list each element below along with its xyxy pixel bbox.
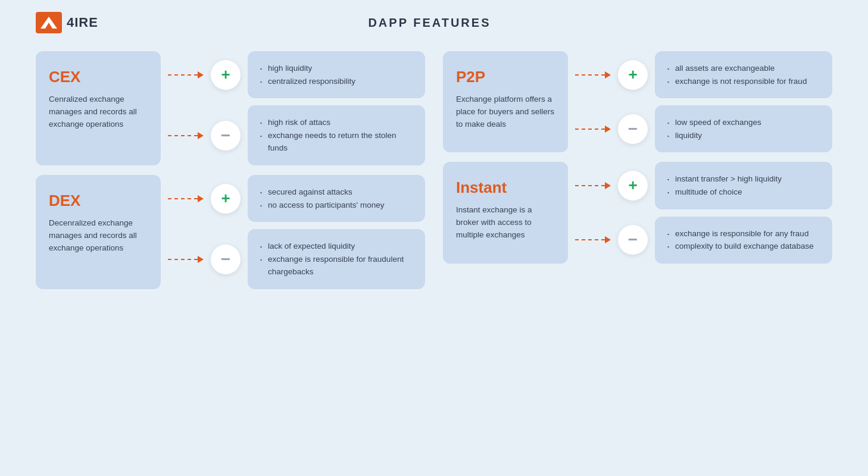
cex-cons-row: − high risk of attacs exchange needs to … (168, 105, 425, 165)
instant-features: + instant transfer > high liquidity mult… (575, 162, 832, 263)
cex-pros-list: high liquidity centralized responsibilit… (260, 62, 413, 87)
cex-pro-2: centralized responsibility (260, 75, 413, 88)
cex-features: + high liquidity centralized responsibil… (168, 51, 425, 165)
cex-pros-arrow (168, 71, 204, 79)
page-header: 4IRE DAPP FEATURES (36, 12, 832, 33)
cex-pros-badge: + (211, 60, 241, 90)
right-column: P2P Exchange platform offers a place for… (443, 51, 832, 289)
dex-cons-card: lack of expected liquidity exchange is r… (248, 229, 425, 289)
p2p-title: P2P (456, 68, 555, 86)
instant-title: Instant (456, 178, 555, 197)
dex-pros-badge: + (211, 184, 241, 214)
p2p-pros-row: + all assets are exchangeable exchange i… (575, 51, 832, 98)
instant-pros-card: instant transfer > high liquidity multit… (655, 162, 832, 209)
logo-icon (36, 12, 62, 33)
p2p-pros-arrow (575, 71, 611, 79)
p2p-info-card: P2P Exchange platform offers a place for… (443, 51, 568, 152)
left-column: CEX Cenralized exchange manages and reco… (36, 51, 425, 289)
p2p-cons-row: − low speed of exchanges liquidity (575, 105, 832, 152)
dex-pros-arrow (168, 195, 204, 202)
title-container: DAPP FEATURES (98, 16, 761, 30)
instant-pro-2: multitude of choice (667, 186, 820, 199)
p2p-pros-badge: + (618, 60, 648, 90)
page-title: DAPP FEATURES (368, 16, 491, 29)
p2p-pro-1: all assets are exchangeable (667, 62, 820, 75)
dex-pro-1: secured against attacks (260, 186, 413, 199)
instant-section: Instant Instant exchange is a broker wit… (443, 162, 832, 263)
cex-info-card: CEX Cenralized exchange manages and reco… (36, 51, 161, 165)
cex-cons-card: high risk of attacs exchange needs to re… (248, 105, 425, 165)
dex-cons-list: lack of expected liquidity exchange is r… (260, 240, 413, 278)
p2p-pros-list: all assets are exchangeable exchange is … (667, 62, 820, 87)
p2p-features: + all assets are exchangeable exchange i… (575, 51, 832, 152)
dex-cons-arrow (168, 256, 204, 263)
dex-info-card: DEX Decenralized exchange manages and re… (36, 175, 161, 289)
dex-title: DEX (49, 192, 148, 210)
instant-cons-arrow (575, 236, 611, 243)
cex-con-2: exchange needs to return the stolen fund… (260, 129, 413, 155)
p2p-pros-card: all assets are exchangeable exchange is … (655, 51, 832, 98)
dex-features: + secured against attacks no access to p… (168, 175, 425, 289)
instant-pros-list: instant transfer > high liquidity multit… (667, 173, 820, 198)
p2p-section: P2P Exchange platform offers a place for… (443, 51, 832, 152)
instant-cons-row: − exchange is responsible for any fraud … (575, 217, 832, 264)
instant-pro-1: instant transfer > high liquidity (667, 173, 820, 186)
instant-cons-card: exchange is responsible for any fraud co… (655, 217, 832, 264)
p2p-con-1: low speed of exchanges (667, 116, 820, 129)
instant-pros-row: + instant transfer > high liquidity mult… (575, 162, 832, 209)
dex-con-1: lack of expected liquidity (260, 240, 413, 253)
instant-pros-arrow (575, 182, 611, 189)
p2p-cons-arrow (575, 126, 611, 133)
p2p-description: Exchange platform offers a place for buy… (456, 93, 555, 131)
instant-con-1: exchange is responsible for any fraud (667, 227, 820, 240)
main-grid: CEX Cenralized exchange manages and reco… (36, 51, 832, 289)
instant-pros-badge: + (618, 171, 648, 201)
instant-cons-badge: − (618, 225, 648, 255)
cex-pros-row: + high liquidity centralized responsibil… (168, 51, 425, 98)
cex-cons-badge: − (211, 121, 241, 151)
dex-section: DEX Decenralized exchange manages and re… (36, 175, 425, 289)
instant-description: Instant exchange is a broker with access… (456, 204, 555, 242)
dex-con-2: exchange is responsible for fraudulent c… (260, 253, 413, 278)
p2p-con-2: liquidity (667, 129, 820, 142)
instant-con-2: complexity to build exchange database (667, 240, 820, 253)
cex-cons-arrow (168, 132, 204, 139)
cex-con-1: high risk of attacs (260, 116, 413, 129)
cex-cons-list: high risk of attacs exchange needs to re… (260, 116, 413, 155)
p2p-pro-2: exchange is not responsible for fraud (667, 75, 820, 88)
dex-pros-row: + secured against attacks no access to p… (168, 175, 425, 222)
cex-section: CEX Cenralized exchange manages and reco… (36, 51, 425, 165)
dex-pro-2: no access to participants' money (260, 199, 413, 212)
logo-text: 4IRE (67, 15, 98, 30)
instant-cons-list: exchange is responsible for any fraud co… (667, 227, 820, 253)
cex-title: CEX (49, 68, 148, 86)
dex-pros-list: secured against attacks no access to par… (260, 186, 413, 211)
cex-description: Cenralized exchange manages and records … (49, 93, 148, 131)
dex-pros-card: secured against attacks no access to par… (248, 175, 425, 222)
p2p-cons-card: low speed of exchanges liquidity (655, 105, 832, 152)
p2p-cons-badge: − (618, 114, 648, 144)
cex-pro-1: high liquidity (260, 62, 413, 75)
dex-description: Decenralized exchange manages and record… (49, 217, 148, 255)
dex-cons-badge: − (211, 245, 241, 274)
dex-cons-row: − lack of expected liquidity exchange is… (168, 229, 425, 289)
cex-pros-card: high liquidity centralized responsibilit… (248, 51, 425, 98)
p2p-cons-list: low speed of exchanges liquidity (667, 116, 820, 142)
instant-info-card: Instant Instant exchange is a broker wit… (443, 162, 568, 263)
logo: 4IRE (36, 12, 98, 33)
